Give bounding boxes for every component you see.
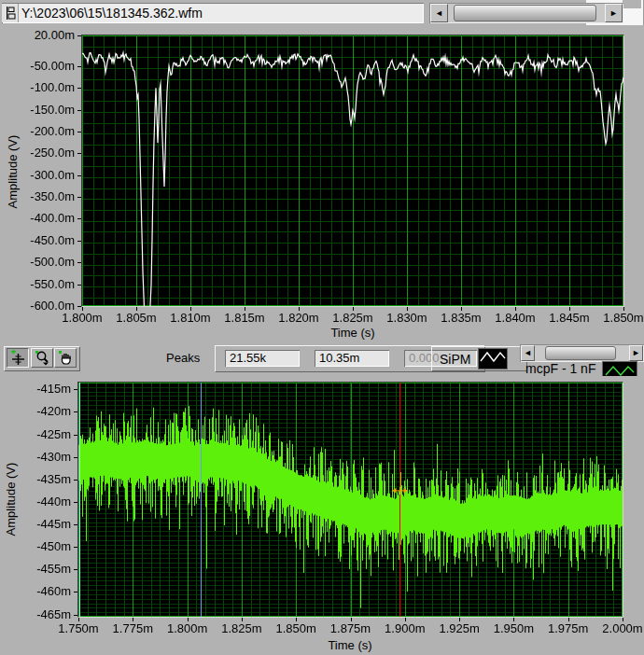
- x-tick-mark: [245, 307, 245, 311]
- peaks-label: Peaks: [166, 351, 200, 365]
- scroll-left-button[interactable]: ◄: [430, 4, 448, 22]
- x-tick-label: 1.835m: [433, 311, 489, 325]
- x-tick-label: 1.840m: [487, 311, 543, 325]
- x-tick-mark: [515, 307, 516, 311]
- waveform-file-path-control[interactable]: Y:\2023\06\15\181345.362.wfm: [2, 3, 424, 23]
- x-tick-label: 1.820m: [271, 311, 327, 325]
- file-path-text: Y:\2023\06\15\181345.362.wfm: [19, 6, 203, 21]
- y-tick-label: 20.00m: [13, 28, 75, 42]
- y-tick-label: -460m: [9, 584, 71, 598]
- y-tick-mark: [74, 615, 77, 616]
- x-tick-mark: [569, 307, 570, 311]
- legend-scrollbar[interactable]: ◄ ►: [520, 344, 644, 362]
- y-tick-mark: [74, 547, 77, 548]
- peaks-value-1[interactable]: 21.55k: [225, 350, 300, 367]
- y-tick-label: -400.0m: [13, 211, 75, 225]
- y-tick-mark: [77, 175, 81, 176]
- x-tick-mark: [133, 618, 133, 621]
- plot2-legend-label: mcpF - 1 nF: [525, 361, 595, 376]
- y-tick-mark: [74, 435, 77, 436]
- x-tick-mark: [190, 307, 191, 311]
- y-tick-label: -250.0m: [13, 146, 75, 160]
- x-tick-label: 1.850m: [595, 311, 644, 325]
- x-tick-label: 1.830m: [379, 311, 435, 325]
- y-tick-mark: [77, 262, 81, 263]
- y-tick-label: -100.0m: [13, 80, 75, 94]
- labview-waveform-viewer: { "top_bar": { "path_value": "Y:\\2023\\…: [0, 0, 644, 655]
- plot1-legend-label: SiPM: [440, 352, 470, 367]
- path-type-icon: [2, 4, 19, 22]
- x-tick-mark: [242, 618, 243, 621]
- plot2-legend[interactable]: mcpF - 1 nF: [520, 361, 644, 376]
- fragment-notch: [623, 0, 641, 8]
- y-tick-label: -200.0m: [13, 124, 75, 138]
- file-scrollbar[interactable]: ◄ ►: [429, 3, 623, 23]
- x-tick-mark: [407, 307, 408, 311]
- sipm-waveform-plot-area[interactable]: [81, 35, 624, 307]
- sipm-trace-style-icon[interactable]: [478, 348, 508, 369]
- x-tick-label: 1.825m: [214, 621, 270, 635]
- y-tick-label: -455m: [9, 562, 71, 576]
- y-tick-mark: [74, 592, 77, 592]
- x-tick-mark: [299, 307, 300, 311]
- legend-scroll-left-button[interactable]: ◄: [521, 345, 535, 361]
- x-tick-label: 1.845m: [541, 311, 597, 325]
- x-tick-label: 1.775m: [105, 621, 161, 635]
- y-tick-mark: [77, 153, 81, 154]
- pan-tool-button[interactable]: [54, 348, 77, 368]
- y-tick-mark: [77, 306, 81, 307]
- x-tick-mark: [568, 618, 569, 621]
- x-tick-label: 2.000m: [595, 621, 644, 635]
- graph1-x-axis-label: Time (s): [297, 326, 409, 340]
- y-tick-label: -440m: [9, 495, 71, 509]
- x-tick-label: 1.825m: [325, 311, 381, 325]
- crosshair-icon: [10, 350, 26, 366]
- legend-scrollbar-thumb[interactable]: [545, 346, 616, 360]
- scrollbar-thumb[interactable]: [454, 5, 596, 21]
- x-tick-mark: [353, 307, 354, 311]
- y-tick-mark: [77, 66, 81, 67]
- scroll-right-button[interactable]: ►: [605, 4, 623, 22]
- y-tick-mark: [77, 197, 81, 198]
- x-tick-mark: [78, 618, 79, 621]
- peaks-value-2[interactable]: 10.35m: [315, 350, 389, 367]
- x-tick-label: 1.975m: [540, 621, 596, 635]
- y-tick-label: -415m: [9, 382, 71, 396]
- legend-scroll-right-button[interactable]: ►: [629, 345, 643, 361]
- y-tick-label: -350.0m: [13, 189, 75, 203]
- y-tick-label: -445m: [9, 517, 71, 531]
- y-tick-mark: [77, 285, 81, 286]
- y-tick-mark: [74, 569, 77, 570]
- y-tick-label: -465m: [9, 607, 71, 621]
- y-tick-label: -150.0m: [13, 103, 75, 117]
- x-tick-label: 1.900m: [377, 621, 433, 635]
- y-tick-mark: [77, 88, 81, 89]
- cursor-move-tool-button[interactable]: [7, 348, 29, 368]
- y-tick-label: -425m: [9, 427, 71, 441]
- x-tick-mark: [351, 618, 352, 621]
- y-tick-mark: [74, 411, 77, 412]
- y-tick-mark: [77, 132, 81, 132]
- y-tick-label: -435m: [9, 472, 71, 486]
- y-tick-label: -50.00m: [13, 59, 75, 73]
- x-tick-label: 1.950m: [485, 621, 541, 635]
- zoom-tool-button[interactable]: [31, 348, 53, 368]
- y-tick-mark: [77, 218, 81, 219]
- x-tick-mark: [461, 307, 462, 311]
- x-tick-mark: [296, 618, 297, 621]
- mcp-waveform-plot-area[interactable]: [77, 382, 623, 618]
- x-tick-label: 1.805m: [108, 311, 164, 325]
- x-tick-mark: [623, 307, 624, 311]
- x-tick-label: 1.800m: [160, 621, 216, 635]
- y-tick-label: -300.0m: [13, 168, 75, 182]
- y-tick-label: -420m: [9, 404, 71, 418]
- x-tick-mark: [513, 618, 514, 621]
- y-tick-mark: [77, 241, 81, 242]
- mcp-trace-style-icon[interactable]: [602, 361, 637, 376]
- magnifier-icon: [35, 350, 50, 366]
- x-tick-label: 1.750m: [50, 621, 106, 635]
- y-tick-mark: [74, 480, 77, 481]
- x-tick-label: 1.850m: [268, 621, 324, 635]
- plot1-legend[interactable]: SiPM: [431, 346, 527, 371]
- y-tick-label: -500.0m: [13, 255, 75, 269]
